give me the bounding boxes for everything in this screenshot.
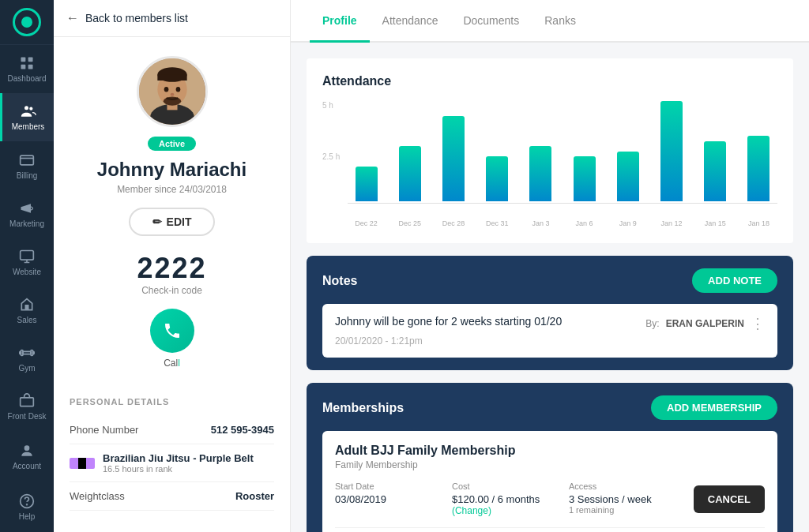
svg-rect-2 — [21, 65, 26, 69]
attendance-section: Attendance 5 h 2.5 h Dec 22Dec 25Dec 28D… — [307, 58, 793, 243]
bar-group — [522, 101, 559, 201]
svg-rect-6 — [21, 155, 34, 165]
content-area: Attendance 5 h 2.5 h Dec 22Dec 25Dec 28D… — [291, 43, 809, 532]
tab-attendance[interactable]: Attendance — [370, 0, 451, 43]
gym-icon — [19, 345, 35, 361]
bar-group — [348, 101, 385, 201]
bar-group — [479, 101, 516, 201]
access-remaining: 1 remaining — [569, 505, 686, 515]
app-logo — [0, 0, 54, 45]
note-menu-button[interactable]: ⋮ — [751, 315, 765, 332]
sidebar-label-account: Account — [13, 462, 41, 470]
svg-point-5 — [29, 107, 32, 111]
call-button[interactable] — [150, 309, 194, 353]
sidebar-item-sales[interactable]: Sales — [0, 287, 54, 335]
sidebar-label-frontdesk: Front Desk — [8, 412, 47, 421]
start-date-value: 03/08/2019 — [335, 493, 452, 505]
bar — [617, 152, 639, 202]
sidebar-label-gym: Gym — [18, 364, 35, 373]
checkin-section: 2222 Check-in code — [137, 252, 206, 296]
grid-icon — [19, 55, 35, 71]
sidebar-item-frontdesk[interactable]: Front Desk — [0, 383, 54, 431]
sidebar-label-dashboard: Dashboard — [8, 74, 47, 83]
x-label: Dec 22 — [348, 219, 385, 227]
profile-section: Active Johnny Mariachi Member since 24/0… — [54, 37, 290, 397]
bar-group — [391, 101, 428, 201]
sidebar-item-account[interactable]: Account — [0, 431, 54, 481]
weightclass-value: Rooster — [235, 490, 274, 502]
bar — [747, 136, 769, 201]
phone-row: Phone Number 512 595-3945 — [70, 416, 274, 444]
notes-card: Notes ADD NOTE Johnny will be gone for 2… — [307, 256, 793, 370]
attendance-chart: 5 h 2.5 h Dec 22Dec 25Dec 28Dec 31Jan 3J… — [322, 101, 777, 227]
svg-rect-0 — [21, 58, 26, 62]
svg-rect-8 — [25, 305, 29, 310]
frontdesk-icon — [19, 393, 35, 409]
membership-type: Family Membership — [335, 459, 765, 470]
bar-group — [566, 101, 603, 201]
tab-bar: Profile Attendance Documents Ranks — [291, 0, 809, 43]
phone-icon — [163, 321, 182, 340]
back-to-members-button[interactable]: ← Back to members list — [54, 0, 290, 37]
x-label: Dec 28 — [435, 219, 472, 227]
memberships-header: Memberships ADD MEMBERSHIP — [322, 395, 777, 420]
member-since: Member since 24/03/2018 — [117, 184, 227, 195]
access-value: 3 Sessions / week — [569, 493, 686, 505]
sidebar: Dashboard Members Billing Marketing Webs… — [0, 0, 54, 532]
sidebar-item-help[interactable]: Help — [0, 481, 54, 532]
sidebar-item-members[interactable]: Members — [0, 93, 54, 141]
bar — [574, 156, 596, 201]
edit-button[interactable]: ✏ EDIT — [129, 208, 216, 236]
checkin-code: 2222 — [137, 252, 206, 285]
bar-group — [609, 101, 646, 201]
add-membership-button[interactable]: ADD MEMBERSHIP — [651, 395, 777, 420]
svg-point-27 — [175, 87, 180, 92]
bar — [704, 141, 726, 201]
x-label: Jan 15 — [697, 219, 734, 227]
svg-point-15 — [24, 445, 30, 451]
cost-change-link[interactable]: (Change) — [452, 505, 569, 516]
membership-name: Adult BJJ Family Membership — [335, 444, 765, 458]
sidebar-label-website: Website — [13, 268, 41, 276]
belt-row: Brazilian Jiu Jitsu - Purple Belt 16.5 h… — [70, 444, 274, 482]
bar — [660, 101, 683, 201]
sidebar-item-billing[interactable]: Billing — [0, 141, 54, 189]
sidebar-item-marketing[interactable]: Marketing — [0, 190, 54, 238]
note-text: Johnny will be gone for 2 weeks starting… — [335, 315, 562, 328]
personal-details-title: PERSONAL DETAILS — [70, 397, 274, 406]
x-label: Dec 25 — [391, 219, 428, 227]
sidebar-item-gym[interactable]: Gym — [0, 335, 54, 383]
tab-profile[interactable]: Profile — [310, 0, 370, 43]
x-label: Jan 18 — [740, 219, 777, 227]
x-label: Dec 31 — [479, 219, 516, 227]
note-author: By: ERAN GALPERIN ⋮ — [645, 315, 765, 332]
svg-rect-12 — [20, 351, 21, 354]
left-panel: ← Back to members list — [54, 0, 291, 532]
pencil-icon: ✏ — [152, 215, 162, 228]
svg-point-25 — [163, 97, 180, 106]
sidebar-item-website[interactable]: Website — [0, 238, 54, 287]
notes-header: Notes ADD NOTE — [322, 268, 777, 293]
monitor-icon — [19, 249, 35, 264]
memberships-title: Memberships — [322, 401, 404, 415]
bar — [486, 156, 508, 201]
add-note-button[interactable]: ADD NOTE — [692, 268, 777, 293]
svg-rect-7 — [21, 250, 34, 260]
member-name: Johnny Mariachi — [97, 159, 246, 181]
tab-documents[interactable]: Documents — [450, 0, 532, 43]
personal-details: PERSONAL DETAILS Phone Number 512 595-39… — [54, 397, 290, 511]
bar — [399, 146, 421, 201]
bar — [442, 116, 465, 201]
start-date-label: Start Date — [335, 481, 452, 491]
bar-group — [653, 101, 690, 201]
cancel-membership-button[interactable]: CANCEL — [694, 485, 765, 513]
membership-item: Adult BJJ Family Membership Family Membe… — [322, 431, 777, 532]
checkin-label: Check-in code — [137, 285, 206, 296]
svg-rect-3 — [28, 65, 33, 69]
svg-rect-9 — [23, 351, 31, 354]
avatar-image — [139, 58, 205, 125]
svg-rect-24 — [157, 75, 186, 81]
sidebar-label-billing: Billing — [17, 171, 38, 180]
tab-ranks[interactable]: Ranks — [532, 0, 589, 43]
sidebar-item-dashboard[interactable]: Dashboard — [0, 45, 54, 93]
